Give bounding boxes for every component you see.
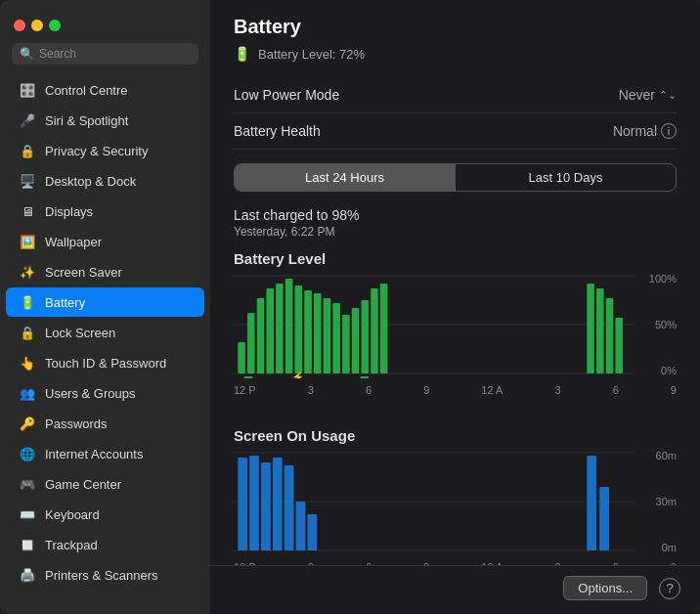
low-power-mode-value[interactable]: Never ⌃⌄	[619, 87, 677, 103]
sidebar-item-users-groups[interactable]: 👥Users & Groups	[6, 378, 204, 408]
battery-label: Battery	[45, 295, 85, 310]
touch-id-password-icon: 👆	[18, 353, 37, 373]
svg-rect-7	[276, 284, 284, 373]
svg-rect-31	[261, 462, 271, 550]
low-power-mode-row: Low Power Mode Never ⌃⌄	[234, 77, 677, 113]
svg-rect-37	[599, 487, 609, 550]
screen-chart-svg	[234, 448, 677, 555]
svg-rect-22	[587, 284, 594, 373]
svg-rect-3	[238, 342, 245, 373]
sidebar-item-siri-spotlight[interactable]: 🎤Siri & Spotlight	[6, 106, 204, 135]
tab-last-10-days[interactable]: Last 10 Days	[456, 164, 676, 191]
trackpad-icon: ◻️	[18, 535, 37, 554]
low-power-mode-label: Low Power Mode	[234, 87, 339, 103]
trackpad-label: Trackpad	[45, 538, 98, 552]
tab-last-24-hours[interactable]: Last 24 Hours	[235, 164, 456, 191]
sidebar-item-trackpad[interactable]: ◻️Trackpad	[6, 530, 204, 559]
control-centre-label: Control Centre	[45, 83, 128, 98]
close-button[interactable]	[14, 20, 25, 31]
game-center-label: Game Center	[45, 477, 121, 492]
svg-rect-15	[352, 308, 360, 373]
last-charged-sub-text: Yesterday, 6:22 PM	[234, 225, 677, 239]
screen-saver-icon: ✨	[18, 262, 37, 282]
lock-screen-label: Lock Screen	[45, 326, 115, 340]
search-icon: 🔍	[20, 47, 34, 61]
battery-chart-x-labels: 12 P 3 6 9 12 A 3 6 9	[234, 382, 677, 396]
desktop-dock-icon: 🖥️	[18, 171, 37, 191]
sidebar-item-control-centre[interactable]: 🎛️Control Centre	[6, 75, 204, 105]
sidebar-item-screen-saver[interactable]: ✨Screen Saver	[6, 257, 204, 286]
sidebar-item-lock-screen[interactable]: 🔒Lock Screen	[6, 318, 204, 347]
keyboard-label: Keyboard	[45, 507, 100, 522]
svg-rect-23	[596, 288, 604, 373]
svg-text:⚡: ⚡	[291, 371, 304, 378]
search-input[interactable]	[39, 47, 191, 61]
passwords-icon: 🔑	[18, 414, 37, 433]
users-groups-label: Users & Groups	[45, 386, 135, 401]
svg-rect-19	[244, 376, 253, 378]
main-content: Battery 🔋 Battery Level: 72% Low Power M…	[210, 0, 700, 614]
printers-scanners-icon: 🖨️	[18, 565, 37, 585]
sidebar-item-printers-scanners[interactable]: 🖨️Printers & Scanners	[6, 560, 204, 590]
bottom-bar: Options... ?	[210, 565, 700, 614]
siri-spotlight-label: Siri & Spotlight	[45, 113, 128, 128]
screen-saver-label: Screen Saver	[45, 265, 122, 280]
help-button[interactable]: ?	[659, 578, 680, 599]
control-centre-icon: 🎛️	[18, 80, 37, 100]
users-groups-icon: 👥	[18, 383, 37, 403]
svg-rect-14	[342, 315, 350, 373]
svg-rect-30	[249, 456, 259, 550]
sidebar-item-wallpaper[interactable]: 🖼️Wallpaper	[6, 227, 204, 256]
sidebar-item-battery[interactable]: 🔋Battery	[6, 287, 204, 317]
screen-chart-x-labels: 12 P 3 6 9 12 A 3 6 9	[234, 559, 677, 565]
page-title: Battery	[210, 0, 700, 46]
svg-rect-6	[266, 288, 274, 373]
svg-rect-12	[324, 298, 331, 373]
sidebar-item-passwords[interactable]: 🔑Passwords	[6, 409, 204, 438]
displays-label: Displays	[45, 204, 93, 219]
sidebar-item-internet-accounts[interactable]: 🌐Internet Accounts	[6, 439, 204, 468]
sidebar-item-privacy-security[interactable]: 🔒Privacy & Security	[6, 136, 204, 165]
svg-rect-29	[238, 458, 247, 550]
sidebar-item-touch-id-password[interactable]: 👆Touch ID & Password	[6, 348, 204, 377]
svg-rect-33	[284, 465, 294, 550]
sidebar-item-keyboard[interactable]: ⌨️Keyboard	[6, 500, 204, 529]
svg-rect-35	[308, 514, 318, 550]
screen-chart-title: Screen On Usage	[234, 427, 677, 444]
search-box: 🔍	[12, 43, 198, 65]
sidebar-item-game-center[interactable]: 🎮Game Center	[6, 469, 204, 499]
printers-scanners-label: Printers & Scanners	[45, 568, 158, 583]
svg-rect-18	[380, 284, 388, 373]
game-center-icon: 🎮	[18, 474, 37, 494]
content-scroll: 🔋 Battery Level: 72% Low Power Mode Neve…	[210, 46, 700, 565]
search-container: 🔍	[0, 37, 210, 74]
wallpaper-icon: 🖼️	[18, 232, 37, 251]
battery-health-label: Battery Health	[234, 123, 321, 139]
svg-rect-10	[304, 290, 312, 373]
battery-inline-icon: 🔋	[234, 46, 250, 62]
options-button[interactable]: Options...	[563, 576, 647, 600]
svg-rect-9	[295, 285, 303, 373]
battery-health-value: Normal i	[613, 123, 677, 139]
svg-rect-13	[332, 303, 340, 373]
sidebar-item-displays[interactable]: 🖥Displays	[6, 197, 204, 226]
svg-rect-4	[247, 313, 255, 373]
svg-rect-21	[360, 376, 369, 378]
screen-chart-y-labels: 60m 30m 0m	[656, 448, 677, 555]
privacy-security-icon: 🔒	[18, 141, 37, 160]
minimize-button[interactable]	[31, 20, 43, 31]
battery-chart-svg: ⚡	[234, 271, 677, 378]
svg-rect-8	[285, 279, 293, 373]
svg-rect-25	[615, 318, 623, 373]
screen-chart-container: 60m 30m 0m	[234, 448, 677, 565]
svg-rect-32	[273, 458, 283, 550]
battery-level-text: Battery Level: 72%	[258, 47, 365, 62]
screen-on-chart: Screen On Usage 60m 30m 0m	[234, 427, 677, 565]
info-icon[interactable]: i	[661, 123, 677, 139]
last-charged-text: Last charged to 98%	[234, 207, 677, 223]
fullscreen-button[interactable]	[49, 20, 61, 31]
battery-health-row: Battery Health Normal i	[234, 113, 677, 150]
internet-accounts-label: Internet Accounts	[45, 447, 143, 461]
sidebar-item-desktop-dock[interactable]: 🖥️Desktop & Dock	[6, 166, 204, 196]
keyboard-icon: ⌨️	[18, 504, 37, 524]
